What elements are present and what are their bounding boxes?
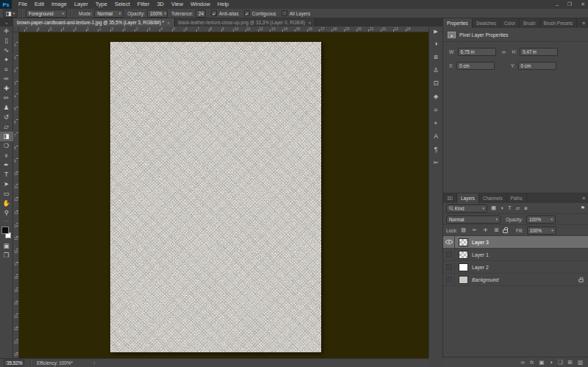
visibility-toggle[interactable] <box>443 261 455 274</box>
tool-preset-picker[interactable]: ◨ ▾ <box>3 10 18 18</box>
navigator-panel-icon[interactable]: ⌖ <box>429 116 443 129</box>
layer-row-background[interactable]: Background <box>443 274 588 286</box>
new-layer-icon[interactable]: ⊞ <box>568 359 573 366</box>
panel-tab-channels[interactable]: Channels <box>479 193 507 203</box>
menu-image[interactable]: Image <box>48 0 71 9</box>
eraser-tool[interactable]: ▱ <box>0 122 13 132</box>
lock-image-pixels-icon[interactable]: ✏ <box>470 227 478 233</box>
menu-edit[interactable]: Edit <box>31 0 48 9</box>
panel-menu-icon[interactable]: ≡ <box>582 18 585 28</box>
height-field[interactable]: 9,47 in <box>520 48 558 56</box>
panel-tab-swatches[interactable]: Swatches <box>473 18 501 28</box>
timeline-panel-icon[interactable]: ✂ <box>429 156 443 169</box>
layer-row-layer-1[interactable]: Layer 1 <box>443 249 588 261</box>
status-menu-chevron-icon[interactable]: › <box>93 360 95 366</box>
zoom-level-field[interactable]: 35,52% <box>4 360 24 366</box>
kind-filter-select[interactable]: ⚲Kind ▾ <box>446 204 487 213</box>
document-tab-1[interactable]: brown-paper-cardboard-and-texture-1.jpg … <box>13 18 175 26</box>
styles-panel-icon[interactable]: ⧈ <box>429 50 443 63</box>
panel-tab-paths[interactable]: Paths <box>507 193 527 203</box>
lock-all-icon[interactable] <box>503 229 508 233</box>
filter-shape-layers-icon[interactable]: ▱ <box>514 205 522 211</box>
marquee-tool[interactable]: ▯ <box>0 36 13 46</box>
history-brush-tool[interactable]: ↺ <box>0 113 13 122</box>
lock-transparent-pixels-icon[interactable]: ▨ <box>459 227 467 233</box>
menu-window[interactable]: Window <box>187 0 214 9</box>
panel-tab-brush[interactable]: Brush <box>520 18 539 28</box>
eyedropper-tool[interactable]: ✑ <box>0 74 13 84</box>
visibility-toggle[interactable] <box>443 274 455 286</box>
link-layers-icon[interactable]: ∞ <box>521 359 525 366</box>
new-group-icon[interactable]: ❏ <box>558 359 563 366</box>
path-selection-tool[interactable]: ➤ <box>0 179 13 189</box>
filter-pixel-layers-icon[interactable]: ▦ <box>490 205 498 211</box>
menu-file[interactable]: File <box>15 0 31 9</box>
shape-tool[interactable]: ▭ <box>0 189 13 199</box>
adjustments-panel-icon[interactable]: ◑ <box>429 37 443 50</box>
visibility-toggle[interactable] <box>443 249 455 261</box>
info-panel-icon[interactable]: ◈ <box>429 90 443 103</box>
expand-panels-icon[interactable]: ▶ <box>429 26 443 37</box>
tolerance-input[interactable]: 24 <box>196 10 206 18</box>
checkbox-contiguous[interactable]: ✓ <box>244 10 250 16</box>
y-field[interactable]: 0 cm <box>518 62 556 70</box>
fill-source-select[interactable]: Foreground ▾ <box>26 10 67 18</box>
new-adjustment-layer-icon[interactable]: ◑ <box>549 359 553 366</box>
panel-menu-icon[interactable]: ≡ <box>582 193 585 203</box>
paragraph-panel-icon[interactable]: ¶ <box>429 143 443 156</box>
layer-row-layer-2[interactable]: Layer 2 <box>443 261 588 274</box>
paint-bucket-tool[interactable]: ◨ <box>0 132 13 141</box>
close-tab-icon[interactable]: ✕ <box>308 21 311 25</box>
blend-mode-select[interactable]: Normal ▾ <box>446 215 501 224</box>
pen-tool[interactable]: ✒ <box>0 160 13 170</box>
crop-tool[interactable]: ⌗ <box>0 65 13 74</box>
add-layer-mask-icon[interactable]: ▣ <box>539 359 544 366</box>
menu-filter[interactable]: Filter <box>134 0 154 9</box>
filter-type-layers-icon[interactable]: T <box>506 205 514 211</box>
menu-select[interactable]: Select <box>111 0 134 9</box>
menu-type[interactable]: Type <box>92 0 111 9</box>
menu-help[interactable]: Help <box>214 0 232 9</box>
menu-3d[interactable]: 3D <box>153 0 168 9</box>
opacity-select[interactable]: 100% ▾ <box>147 10 168 18</box>
filter-toggle-icon[interactable]: ⚑ <box>581 205 585 211</box>
panel-tab-color[interactable]: Color <box>501 18 520 28</box>
layer-row-layer-3[interactable]: Layer 3 <box>443 236 588 249</box>
foreground-color-swatch[interactable] <box>1 227 9 234</box>
edit-toolbar-icon[interactable]: ⋯ <box>0 218 13 224</box>
lock-position-icon[interactable]: ✛ <box>481 227 490 233</box>
zoom-tool[interactable]: ⚲ <box>0 208 13 218</box>
minimize-button[interactable]: – <box>556 2 559 7</box>
character-panel-icon[interactable]: A <box>429 129 443 143</box>
layer-thumbnail[interactable] <box>459 276 468 284</box>
layer-thumbnail[interactable] <box>459 238 468 246</box>
panel-tab-layers[interactable]: Layers <box>457 193 479 203</box>
brush-tool[interactable]: ✏ <box>0 93 13 103</box>
quick-mask-button[interactable]: ▣ <box>0 241 13 251</box>
visibility-toggle[interactable] <box>443 236 455 249</box>
type-tool[interactable]: T <box>0 170 13 179</box>
mode-select[interactable]: Normal ▾ <box>94 10 123 18</box>
delete-layer-icon[interactable]: ▥ <box>578 359 583 366</box>
link-dimensions-icon[interactable]: ∞ <box>499 49 509 54</box>
layer-effects-icon[interactable]: fx <box>530 360 534 365</box>
toolbar-collapse-icon[interactable]: « <box>0 18 13 26</box>
panel-tab-properties[interactable]: Properties <box>443 18 473 28</box>
hand-tool[interactable]: ✋ <box>0 199 13 208</box>
blur-tool[interactable]: ❍ <box>0 141 13 151</box>
menu-layer[interactable]: Layer <box>71 0 92 9</box>
histogram-panel-icon[interactable]: ⌗ <box>429 103 443 116</box>
lasso-tool[interactable]: ∿ <box>0 46 13 55</box>
panel-tab-3d[interactable]: 3D <box>443 193 457 203</box>
panel-tab-brush-presets[interactable]: Brush Presets <box>540 18 578 28</box>
spot-healing-tool[interactable]: ✚ <box>0 84 13 93</box>
checkbox-anti-alias[interactable]: ✓ <box>211 10 217 16</box>
filter-smart-objects-icon[interactable]: ⧈ <box>522 205 530 211</box>
layer-thumbnail[interactable] <box>459 251 468 259</box>
move-tool[interactable]: ✛ <box>0 26 13 36</box>
document-tab-2[interactable]: black-leather-texture-close-up.png @ 33,… <box>175 18 316 26</box>
x-field[interactable]: 0 cm <box>456 62 495 70</box>
fill-select[interactable]: 100% ▾ <box>527 227 556 235</box>
document-image[interactable] <box>110 42 321 352</box>
layers-opacity-select[interactable]: 100% ▾ <box>526 215 556 224</box>
